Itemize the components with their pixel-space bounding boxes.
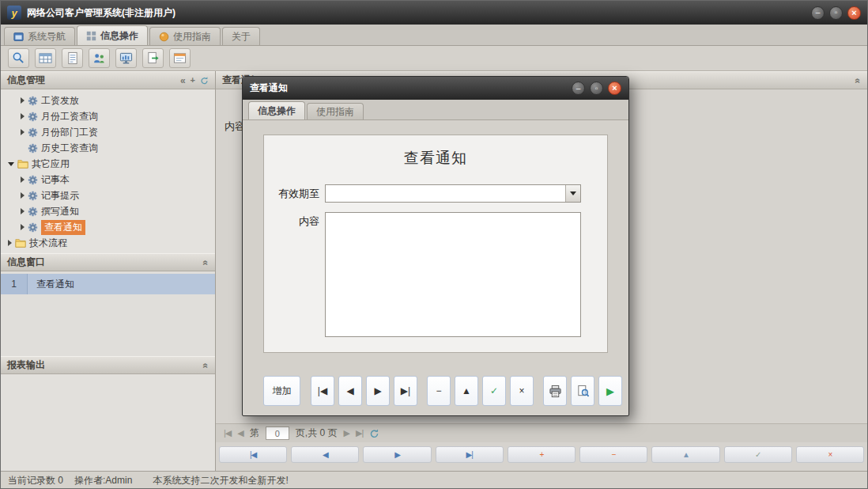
expand-arrow-icon[interactable]	[21, 224, 25, 230]
record-add-button[interactable]: +	[508, 446, 576, 463]
tree-item-monthly-salary-query[interactable]: 月份工资查询	[1, 108, 215, 124]
edit-record-button[interactable]: ▲	[455, 376, 478, 406]
dialog-minimize-button[interactable]: –	[572, 82, 585, 95]
monitor-icon	[119, 51, 133, 65]
tree-item-monthly-dept-salary[interactable]: 月份部门工资	[1, 124, 215, 140]
preview-button[interactable]	[571, 376, 594, 406]
row-index: 1	[1, 274, 28, 294]
valid-until-combobox	[325, 184, 581, 203]
monitor-toolbar-button[interactable]	[115, 48, 137, 68]
add-button[interactable]: 增加	[263, 376, 300, 406]
expand-arrow-icon[interactable]	[21, 113, 25, 119]
document-icon	[66, 51, 79, 65]
refresh-icon[interactable]	[369, 428, 379, 438]
report-panel-header: 报表输出 «	[1, 356, 215, 374]
expand-arrow-icon[interactable]	[21, 97, 25, 104]
table-toolbar-button[interactable]	[35, 48, 56, 68]
app-logo-icon: y	[7, 6, 21, 20]
search-icon	[12, 51, 25, 65]
collapse-arrow-icon[interactable]	[8, 162, 14, 166]
tab-about[interactable]: 关于	[222, 27, 260, 45]
confirm-button[interactable]: ✓	[482, 376, 506, 406]
run-button[interactable]: ▶	[598, 376, 622, 406]
record-first-button[interactable]: |◀	[219, 446, 287, 463]
gear-icon	[28, 127, 38, 138]
next-record-button[interactable]: ▶	[366, 376, 390, 406]
tree-item-note-reminder[interactable]: 记事提示	[1, 188, 215, 203]
tree-item-compose-notice[interactable]: 撰写通知	[1, 203, 215, 219]
close-button[interactable]: ×	[847, 6, 861, 20]
record-next-button[interactable]: ▶	[363, 446, 431, 463]
content-textarea[interactable]	[325, 212, 581, 337]
tab-info-operation[interactable]: 信息操作	[77, 25, 148, 45]
main-tabbar: 系统导航 信息操作 使用指南 关于	[1, 25, 867, 46]
pager-first-icon[interactable]: |◀	[224, 428, 231, 438]
prev-record-button[interactable]: ◀	[338, 376, 362, 406]
users-toolbar-button[interactable]	[89, 48, 110, 68]
tab-label: 信息操作	[100, 29, 138, 43]
table-icon	[39, 51, 52, 65]
gear-icon	[28, 143, 38, 154]
document-toolbar-button[interactable]	[62, 48, 83, 68]
dialog-close-button[interactable]: ×	[608, 82, 621, 95]
tree-item-view-notice[interactable]: 查看通知	[1, 219, 215, 235]
dialog-tab-user-guide[interactable]: 使用指南	[307, 103, 364, 119]
guide-icon	[159, 32, 169, 42]
card-toolbar-button[interactable]	[169, 48, 191, 68]
expand-arrow-icon[interactable]	[21, 192, 25, 199]
tree-item-notepad[interactable]: 记事本	[1, 172, 215, 188]
record-save-button[interactable]: ✓	[724, 446, 792, 463]
collapse-panel-icon[interactable]: «	[180, 76, 186, 85]
tree-item-history-salary-query[interactable]: 历史工资查询	[1, 140, 215, 156]
valid-until-input[interactable]	[326, 185, 565, 202]
collapse-up-icon[interactable]: «	[854, 78, 863, 83]
search-toolbar-button[interactable]	[8, 48, 29, 68]
remove-record-button[interactable]: −	[427, 376, 451, 406]
pager-prev-icon[interactable]: ◀	[237, 428, 243, 438]
tree-item-salary-payment[interactable]: 工资发放	[1, 93, 215, 108]
tab-label: 使用指南	[316, 105, 354, 119]
print-button[interactable]	[543, 376, 567, 406]
gear-icon	[28, 112, 38, 122]
expand-arrow-icon[interactable]	[21, 129, 25, 135]
collapse-up-icon[interactable]: «	[202, 260, 211, 265]
collapse-up-icon[interactable]: «	[202, 362, 211, 368]
cancel-button[interactable]: ×	[510, 376, 534, 406]
panel-title: 信息管理	[7, 74, 45, 87]
tree-item-other-apps[interactable]: 其它应用	[1, 156, 215, 172]
app-window: y 网络公司客户管理系统(非注册用户) – ▫ × 系统导航 信息操作 使用指南…	[0, 0, 868, 489]
maximize-button[interactable]: ▫	[829, 6, 843, 20]
export-toolbar-button[interactable]	[142, 48, 164, 68]
add-panel-icon[interactable]: +	[191, 76, 195, 85]
combo-dropdown-button[interactable]	[565, 185, 580, 202]
tab-system-nav[interactable]: 系统导航	[4, 27, 75, 45]
minimize-button[interactable]: –	[811, 6, 825, 20]
first-record-button[interactable]: |◀	[311, 376, 334, 406]
last-record-button[interactable]: ▶|	[394, 376, 417, 406]
expand-arrow-icon[interactable]	[21, 176, 25, 183]
record-remove-button[interactable]: −	[579, 446, 647, 463]
expand-arrow-icon[interactable]	[8, 240, 12, 246]
gear-icon	[28, 191, 38, 201]
record-last-button[interactable]: ▶|	[436, 446, 504, 463]
toolbar	[1, 46, 867, 71]
dialog-maximize-button[interactable]: ▫	[590, 82, 603, 95]
window-title: 网络公司客户管理系统(非注册用户)	[27, 6, 175, 20]
dialog-tab-info-operation[interactable]: 信息操作	[248, 101, 305, 119]
tree-item-label: 记事提示	[41, 189, 79, 203]
pager-next-icon[interactable]: ▶	[343, 428, 349, 438]
gear-icon	[28, 207, 38, 217]
record-cancel-button[interactable]: ×	[796, 446, 864, 463]
dialog-form-panel: 查看通知 有效期至 内容	[263, 135, 608, 353]
expand-arrow-icon[interactable]	[21, 208, 25, 214]
tab-user-guide[interactable]: 使用指南	[149, 27, 221, 45]
tree-item-tech-process[interactable]: 技术流程	[1, 235, 215, 251]
record-prev-button[interactable]: ◀	[291, 446, 359, 463]
tree-item-label: 历史工资查询	[41, 142, 98, 155]
page-number-input[interactable]	[266, 426, 289, 440]
refresh-icon[interactable]	[200, 76, 209, 85]
list-item[interactable]: 1 查看通知	[1, 274, 215, 294]
form-heading: 查看通知	[277, 135, 594, 169]
record-moveup-button[interactable]: ▲	[651, 446, 719, 463]
pager-last-icon[interactable]: ▶|	[356, 428, 363, 438]
